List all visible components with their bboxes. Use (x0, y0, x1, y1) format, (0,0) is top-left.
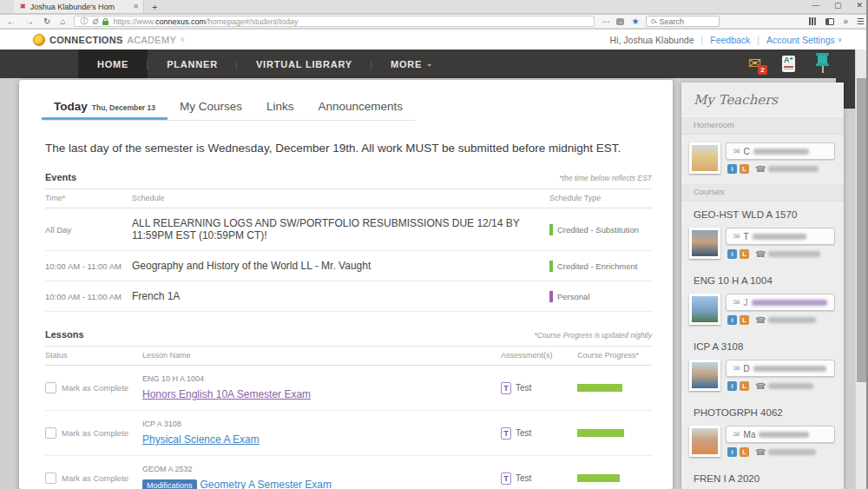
url-bar[interactable]: ⓘ Ø https://www.connexus.com/homepage#/s… (74, 16, 595, 27)
bookmark-star-icon[interactable]: ★ (631, 17, 639, 26)
info-badge-icon[interactable]: i (727, 315, 737, 325)
mark-complete-checkbox[interactable] (45, 427, 56, 439)
reload-icon[interactable]: ↻ (43, 17, 50, 26)
events-col-schedule: Schedule (132, 189, 549, 208)
page-info-icon[interactable]: ⓘ (80, 16, 88, 27)
livelesson-badge-icon[interactable]: L (740, 447, 749, 457)
teacher-avatar[interactable] (689, 294, 720, 325)
gradebook-button[interactable]: A⁺ (782, 56, 795, 72)
teacher-avatar[interactable] (689, 228, 720, 259)
messages-button[interactable]: ✉ 2 (748, 56, 761, 72)
feedback-link[interactable]: Feedback (710, 35, 750, 45)
nav-item-planner[interactable]: PLANNER (148, 50, 237, 78)
main-navigation: HOME PLANNER VIRTUAL LIBRARY MORE⌄ ✉ 2 A… (0, 50, 868, 78)
overflow-chevrons-icon[interactable]: » (843, 17, 848, 26)
search-input[interactable] (659, 17, 711, 26)
user-greeting: Hi, Joshua Klabunde (610, 35, 694, 45)
teacher-message-button[interactable]: ✉ Ma (726, 426, 835, 443)
menu-icon[interactable]: ☰ (857, 17, 865, 26)
course-progress-bar (577, 384, 636, 392)
lesson-row: Mark as Complete ENG 10 H A 1004 Honors … (45, 366, 652, 411)
tab-my-courses[interactable]: My Courses (168, 92, 254, 120)
mark-complete-checkbox[interactable] (45, 382, 56, 393)
event-schedule: Geography and History of the World LL - … (132, 251, 549, 281)
search-icon (651, 19, 655, 23)
course-teacher-block: ENG 10 H A 1004 ✉ J i L (681, 268, 844, 334)
sidebar-panel-icon[interactable] (825, 18, 834, 25)
livelesson-badge-icon[interactable]: L (740, 381, 749, 391)
schedule-type-color-icon (549, 261, 553, 272)
mark-complete-label: Mark as Complete (62, 428, 128, 438)
assessment-label: Test (516, 473, 531, 483)
events-section: Events *the time below reflects EST Time… (45, 172, 652, 312)
forward-icon[interactable]: → (25, 17, 34, 26)
nav-item-home[interactable]: HOME (78, 50, 148, 78)
semester-notice: The last day of the semester is Wednesda… (45, 142, 648, 155)
lessons-col-status: Status (45, 347, 142, 366)
window-close-button[interactable]: ✕ (856, 1, 863, 10)
lesson-course-code: ICP A 3108 (142, 420, 501, 428)
event-time: 10:00 AM - 11:00 AM (45, 251, 132, 281)
envelope-icon: ✉ (733, 430, 740, 439)
mark-complete-checkbox[interactable] (45, 472, 56, 484)
brand-logo-group[interactable]: CONNECTIONS ACADEMY ® (33, 34, 185, 46)
tab-links[interactable]: Links (254, 92, 306, 120)
lesson-course-code: GEOM A 2532 (142, 465, 501, 473)
back-icon[interactable]: ← (7, 17, 16, 26)
lesson-link[interactable]: Geometry A Semester Exam (201, 479, 332, 489)
lessons-section: Lessons *Course Progress is updated nigh… (45, 329, 652, 489)
info-badge-icon[interactable]: i (727, 249, 737, 259)
library-icon[interactable] (809, 17, 817, 25)
livelesson-badge-icon[interactable]: L (740, 164, 749, 174)
teacher-message-button[interactable]: ✉ D (726, 360, 835, 377)
lessons-note: *Course Progress is updated nightly (534, 331, 652, 340)
home-icon[interactable]: ⌂ (60, 17, 65, 26)
teacher-message-button[interactable]: ✉ C (726, 142, 835, 160)
info-badge-icon[interactable]: i (727, 381, 737, 391)
pocket-icon[interactable]: ⌄ (616, 18, 624, 25)
course-title: FREN I A 2020 (681, 466, 844, 484)
teacher-avatar[interactable] (689, 360, 720, 391)
course-teacher: ✉ Ma i L ☎ (681, 418, 844, 466)
events-col-time: Time* (45, 189, 132, 208)
pinned-items-button[interactable] (816, 53, 829, 76)
page-actions-icon[interactable]: ⋯ (602, 17, 609, 26)
envelope-icon: ✉ (733, 147, 740, 155)
lesson-row: Mark as Complete ICP A 3108 Physical Sci… (45, 411, 652, 456)
new-tab-button[interactable]: + (144, 0, 165, 13)
teacher-message-button[interactable]: ✉ J (726, 294, 835, 311)
https-lock-icon (102, 21, 108, 25)
info-badge-icon[interactable]: i (727, 447, 737, 457)
page-scrollbar[interactable] (855, 50, 866, 489)
lesson-link[interactable]: Physical Science A Exam (142, 433, 260, 446)
sidebar-title: My Teachers (681, 83, 844, 116)
scrollbar-thumb[interactable] (857, 78, 866, 382)
info-badge-icon[interactable]: i (727, 164, 737, 174)
browser-tab[interactable]: ✖ Joshua Klabunde's Hom ✕ (14, 0, 144, 13)
lesson-link[interactable]: Honors English 10A Semester Exam (142, 388, 311, 400)
tab-announcements[interactable]: Announcements (306, 92, 416, 120)
test-assessment-icon: T (501, 472, 511, 485)
course-teacher: ✉ T i L ☎ (681, 220, 844, 268)
tracking-protection-icon[interactable]: Ø (92, 17, 98, 26)
events-note: *the time below reflects EST (559, 174, 652, 182)
tab-today[interactable]: Today Thu, December 13 (42, 92, 168, 120)
account-settings-link[interactable]: Account Settings (766, 35, 835, 45)
site-header: CONNECTIONS ACADEMY ® Hi, Joshua Klabund… (0, 30, 868, 50)
homeroom-teacher: ✉ C i L ☎ (681, 135, 844, 182)
redacted-teacher-name (753, 149, 809, 155)
course-title: GEO-HST WLD A 1570 (681, 202, 844, 220)
teacher-avatar[interactable] (689, 426, 720, 457)
tab-close-icon[interactable]: ✕ (133, 3, 139, 10)
livelesson-badge-icon[interactable]: L (740, 249, 749, 259)
search-bar[interactable] (646, 16, 720, 27)
window-minimize-button[interactable]: — (812, 1, 819, 10)
tab-title: Joshua Klabunde's Hom (30, 3, 129, 11)
livelesson-badge-icon[interactable]: L (740, 315, 749, 325)
lessons-title: Lessons (45, 329, 84, 340)
teacher-avatar[interactable] (689, 142, 720, 174)
nav-item-more[interactable]: MORE⌄ (372, 50, 452, 78)
teacher-message-button[interactable]: ✉ T (726, 228, 835, 245)
nav-item-virtual-library[interactable]: VIRTUAL LIBRARY (237, 50, 372, 78)
window-maximize-button[interactable]: ▢ (834, 1, 842, 10)
